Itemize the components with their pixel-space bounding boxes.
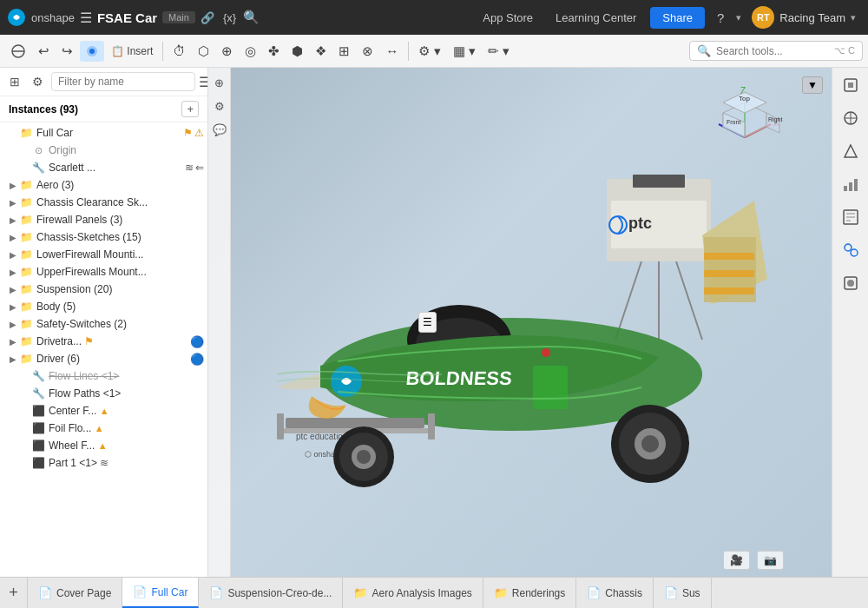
pattern-button[interactable]: ❖ — [310, 40, 332, 63]
tree-item-flow-paths[interactable]: 🔧 Flow Paths <1> — [0, 385, 207, 402]
team-chevron: ▾ — [851, 12, 856, 23]
redo-button[interactable]: ↪ — [56, 40, 78, 63]
svg-point-64 — [845, 244, 852, 251]
select-button[interactable] — [80, 41, 104, 62]
toolbar-search-icon: 🔍 — [697, 44, 711, 57]
viewport[interactable]: X Z Top Right Front ▼ — [208, 68, 832, 577]
rotate-button[interactable]: ◎ — [240, 40, 261, 63]
arrow-icon: ⇐ — [195, 162, 204, 174]
display-button[interactable]: ⬡ — [193, 40, 214, 63]
tree-item-full-car[interactable]: 📁 Full Car ⚑ ⚠ — [0, 124, 207, 142]
tree-item-safety-switches[interactable]: ▶ 📁 Safety-Switches (2) — [0, 315, 207, 333]
measure-button[interactable]: ⏱ — [168, 40, 191, 62]
view-dropdown[interactable]: ▦ ▾ — [448, 40, 481, 63]
tree-item-aero[interactable]: ▶ 📁 Aero (3) — [0, 176, 207, 194]
tree-item-chassis-sketches[interactable]: ▶ 📁 Chassis-Sketches (15) — [0, 228, 207, 246]
tab-renderings[interactable]: 📁 Renderings — [483, 578, 576, 608]
part-studio-button[interactable] — [837, 71, 865, 102]
share-button[interactable]: Share — [650, 7, 705, 29]
bottom-tabs: + 📄 Cover Page 📄 Full Car 📄 Suspension-C… — [0, 577, 868, 608]
tree-item-upper-firewalls[interactable]: ▶ 📁 UpperFirewalls Mount... — [0, 263, 207, 281]
team-avatar: RT — [752, 6, 774, 29]
settings-dropdown[interactable]: ⚙ ▾ — [413, 40, 445, 63]
tab-suspension-creo[interactable]: 📄 Suspension-Creo-de... — [199, 578, 343, 608]
learning-center-button[interactable]: Learning Center — [547, 8, 645, 28]
part-icon-center-f: ⬛ — [31, 404, 45, 418]
toolbar-search-input[interactable] — [716, 45, 829, 57]
section-cut-button[interactable] — [5, 40, 31, 63]
filter-input[interactable] — [51, 72, 195, 91]
snap-button[interactable]: ⊕ — [211, 73, 227, 93]
new-tab-button[interactable]: + — [0, 578, 28, 608]
undo-button[interactable]: ↩ — [33, 40, 55, 63]
collaborate-button[interactable] — [837, 236, 865, 268]
svg-rect-37 — [286, 418, 424, 428]
mate-button[interactable]: ✤ — [263, 40, 285, 63]
tree-item-chassis-clearance[interactable]: ▶ 📁 Chassis Clearance Sk... — [0, 194, 207, 211]
camera-button[interactable]: 🎥 — [723, 551, 750, 570]
tree-item-foil-flo[interactable]: ⬛ Foil Flo... ▲ — [0, 420, 207, 437]
list-view-button[interactable]: ☰ — [199, 74, 208, 90]
viewport-status-bar: 🎥 📷 — [723, 551, 784, 570]
folder-icon-chassis-sketches: 📁 — [19, 230, 33, 244]
search-icon[interactable]: 🔍 — [243, 10, 260, 25]
explode-button[interactable]: ↔ — [380, 40, 404, 62]
sidebar-filter-button[interactable]: ⚙ — [28, 71, 48, 92]
tab-cover-page[interactable]: 📄 Cover Page — [28, 578, 122, 608]
tab-label-cover-page: Cover Page — [56, 587, 111, 599]
tree-item-origin[interactable]: ⊙ Origin — [0, 142, 207, 159]
tree-item-scarlett[interactable]: 🔧 Scarlett ... ≋ ⇐ — [0, 159, 207, 176]
tab-aero-analysis[interactable]: 📁 Aero Analysis Images — [343, 578, 483, 608]
insert-button[interactable]: 📋 Insert — [106, 42, 158, 61]
tree-item-lower-firewall[interactable]: ▶ 📁 LowerFirewall Mounti... — [0, 246, 207, 263]
tab-full-car[interactable]: 📄 Full Car — [122, 578, 199, 608]
tree: 📁 Full Car ⚑ ⚠ ⊙ Origin 🔧 Scarlett ... — [0, 122, 207, 577]
svg-rect-52 — [848, 83, 853, 88]
simulation-panel-button[interactable] — [837, 170, 865, 202]
filter-select-button[interactable]: ⚙ — [211, 96, 228, 116]
scroll-indicator[interactable]: ☰ — [418, 312, 437, 333]
add-instance-button[interactable]: + — [181, 101, 199, 117]
render-button[interactable] — [837, 137, 865, 169]
svg-rect-22 — [611, 201, 707, 248]
tab-sus[interactable]: 📄 Sus — [654, 578, 712, 608]
chevron-chassis-sketches: ▶ — [7, 233, 19, 242]
tab-chassis[interactable]: 📄 Chassis — [576, 578, 654, 608]
sidebar-expand-button[interactable]: ⊞ — [5, 71, 24, 92]
tree-item-part1[interactable]: ⬛ Part 1 <1> ≋ — [0, 454, 207, 472]
tab-label-chassis: Chassis — [605, 587, 642, 599]
logo: onshape — [7, 8, 75, 27]
svg-point-65 — [851, 249, 858, 256]
transform-button[interactable]: ⊕ — [216, 40, 238, 63]
drawing-button[interactable] — [837, 203, 865, 235]
app-store-button[interactable]: App Store — [474, 8, 542, 28]
team-area[interactable]: RT Racing Team ▾ — [746, 6, 861, 29]
publish-button[interactable] — [837, 269, 865, 301]
folder-icon-aero: 📁 — [19, 178, 33, 192]
annotation-button[interactable]: ✏ ▾ — [483, 40, 515, 63]
label-safety: Safety-Switches (2) — [36, 318, 207, 330]
label-firewall: Firewall Panels (3) — [36, 214, 207, 226]
tree-item-flow-lines[interactable]: 🔧 Flow Lines <1> — [0, 367, 207, 385]
chevron-chassis-clearance: ▶ — [7, 198, 19, 208]
tree-item-center-f[interactable]: ⬛ Center F... ▲ — [0, 402, 207, 420]
tree-item-wheel-f[interactable]: ⬛ Wheel F... ▲ — [0, 437, 207, 454]
label-drivetrain: Drivetra... ⚑ — [36, 335, 190, 347]
tree-item-drivetrain[interactable]: ▶ 📁 Drivetra... ⚑ 🔵 — [0, 333, 207, 350]
hamburger-button[interactable]: ☰ — [80, 10, 92, 26]
simulation-button[interactable]: ⊗ — [357, 40, 378, 63]
assembly-button[interactable]: ⬢ — [286, 40, 308, 63]
tree-item-suspension[interactable]: ▶ 📁 Suspension (20) — [0, 281, 207, 298]
help-button[interactable]: ? — [710, 7, 731, 29]
screenshot-button[interactable]: 📷 — [757, 551, 784, 570]
tree-item-body[interactable]: ▶ 📁 Body (5) — [0, 298, 207, 315]
tree-item-firewall-panels[interactable]: ▶ 📁 Firewall Panels (3) — [0, 211, 207, 228]
tree-item-driver[interactable]: ▶ 📁 Driver (6) 🔵 — [0, 350, 207, 367]
variable-icon[interactable]: {x} — [223, 11, 236, 24]
comment-button[interactable]: 💬 — [209, 120, 230, 140]
motion-button[interactable]: ⊞ — [333, 40, 355, 63]
svg-rect-40 — [428, 413, 435, 439]
actions-full-car: ⚑ ⚠ — [183, 127, 204, 139]
link-icon[interactable]: 🔗 — [201, 11, 214, 24]
assembly-panel-button[interactable] — [837, 104, 865, 135]
